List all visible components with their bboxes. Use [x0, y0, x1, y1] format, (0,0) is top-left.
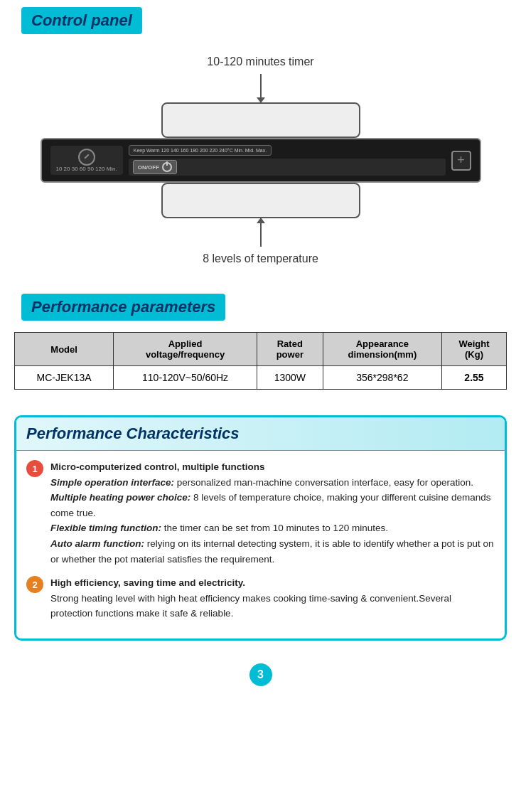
col-dimension: Appearancedimension(mm): [323, 333, 441, 366]
cell-voltage: 110-120V~50/60Hz: [114, 366, 257, 390]
char-detail-text-1-2: the timer can be set from 10 minutes to …: [164, 523, 388, 533]
col-rated-power: Ratedpower: [257, 333, 323, 366]
char-detail-1-2: Flexible timing function: the timer can …: [50, 523, 388, 533]
timer-icon: [78, 149, 95, 166]
page-number-area: 3: [0, 655, 521, 698]
panel-timer-scale: 10 20 30 60 90 120 Min.: [56, 166, 117, 172]
char-label-1-0: Simple operation interface:: [50, 477, 174, 488]
char-item-1: 1 Micro-computerized control, multiple f…: [26, 459, 495, 567]
control-panel-header: Control panel: [14, 7, 507, 34]
panel-timer-area: 10 20 30 60 90 120 Min.: [50, 146, 123, 175]
cell-dimension: 356*298*62: [323, 366, 441, 390]
cell-weight: 2.55: [441, 366, 506, 390]
char-title-1: Micro-computerized control, multiple fun…: [50, 461, 265, 472]
char-number-1: 1: [26, 460, 43, 477]
panel-temp-scale: Keep Warm 120 140 160 180 200 220 240°C …: [134, 148, 267, 153]
panel-device: 10 20 30 60 90 120 Min. Keep Warm 120 14…: [41, 138, 481, 183]
table-row: MC-JEK13A 110-120V~50/60Hz 1300W 356*298…: [15, 366, 507, 390]
control-panel-title-badge: Control panel: [21, 7, 142, 34]
temp-annotation: 8 levels of temperature: [161, 183, 360, 265]
control-panel-title: Control panel: [31, 11, 132, 29]
perf-params-title-badge: Performance parameters: [21, 294, 225, 321]
timer-annotation: 10-120 minutes timer: [161, 55, 360, 138]
panel-plus-button[interactable]: +: [451, 151, 471, 171]
timer-label: 10-120 minutes timer: [207, 55, 313, 68]
panel-middle: Keep Warm 120 140 160 180 200 220 240°C …: [129, 145, 446, 176]
perf-char-content: 1 Micro-computerized control, multiple f…: [16, 451, 505, 639]
char-label-1-2: Flexible timing function:: [50, 523, 161, 533]
char-title-2: High efficiency, saving time and electri…: [50, 577, 245, 588]
char-detail-1-0: Simple operation interface: personalized…: [50, 477, 473, 488]
char-item-2: 2 High efficiency, saving time and elect…: [26, 575, 495, 621]
table-header-row: Model Appliedvoltage/frequency Ratedpowe…: [15, 333, 507, 366]
onoff-text: ON/OFF: [138, 164, 159, 171]
performance-parameters-section: Performance parameters Model Appliedvolt…: [0, 287, 521, 404]
timer-arrow: [260, 74, 262, 102]
control-panel-section: Control panel 10-120 minutes timer 10 20…: [0, 0, 521, 279]
performance-parameters-header: Performance parameters: [14, 294, 507, 321]
col-weight: Weight(Kg): [441, 333, 506, 366]
char-label-1-3: Auto alarm function:: [50, 538, 144, 549]
char-text-2: High efficiency, saving time and electri…: [50, 575, 495, 621]
performance-characteristics-section: Performance Characteristics 1 Micro-comp…: [14, 415, 507, 641]
cell-model: MC-JEK13A: [15, 366, 114, 390]
temp-callout-box: [161, 183, 360, 218]
control-panel-diagram: 10-120 minutes timer 10 20 30 60 90 120 …: [14, 55, 507, 265]
cell-rated-power: 1300W: [257, 366, 323, 390]
panel-btn-area: ON/OFF: [129, 159, 446, 176]
panel-device-wrapper: 10 20 30 60 90 120 Min. Keep Warm 120 14…: [41, 138, 481, 183]
char-number-2: 2: [26, 576, 43, 593]
timer-callout-box: [161, 102, 360, 138]
params-table: Model Appliedvoltage/frequency Ratedpowe…: [14, 332, 507, 390]
temp-arrow: [260, 218, 262, 247]
temp-label: 8 levels of temperature: [203, 252, 318, 265]
panel-top-row: Keep Warm 120 140 160 180 200 220 240°C …: [129, 145, 446, 156]
power-icon: [162, 162, 172, 172]
page-number-badge: 3: [249, 663, 272, 686]
char-label-1-1: Multiple heating power choice:: [50, 492, 190, 503]
col-voltage: Appliedvoltage/frequency: [114, 333, 257, 366]
onoff-button[interactable]: ON/OFF: [133, 160, 177, 174]
perf-char-header: Performance Characteristics: [16, 417, 505, 451]
char-body-2: Strong heating level with high heat effi…: [50, 593, 451, 619]
char-text-1: Micro-computerized control, multiple fun…: [50, 459, 495, 567]
char-detail-1-3: Auto alarm function: relying on its inte…: [50, 538, 494, 565]
char-detail-1-1: Multiple heating power choice: 8 levels …: [50, 492, 491, 518]
char-detail-text-1-0: personalized man-machine conversation in…: [177, 477, 473, 488]
col-model: Model: [15, 333, 114, 366]
perf-params-title: Performance parameters: [31, 298, 215, 316]
perf-char-title: Performance Characteristics: [26, 424, 240, 442]
panel-knob-area: Keep Warm 120 140 160 180 200 220 240°C …: [129, 145, 272, 156]
